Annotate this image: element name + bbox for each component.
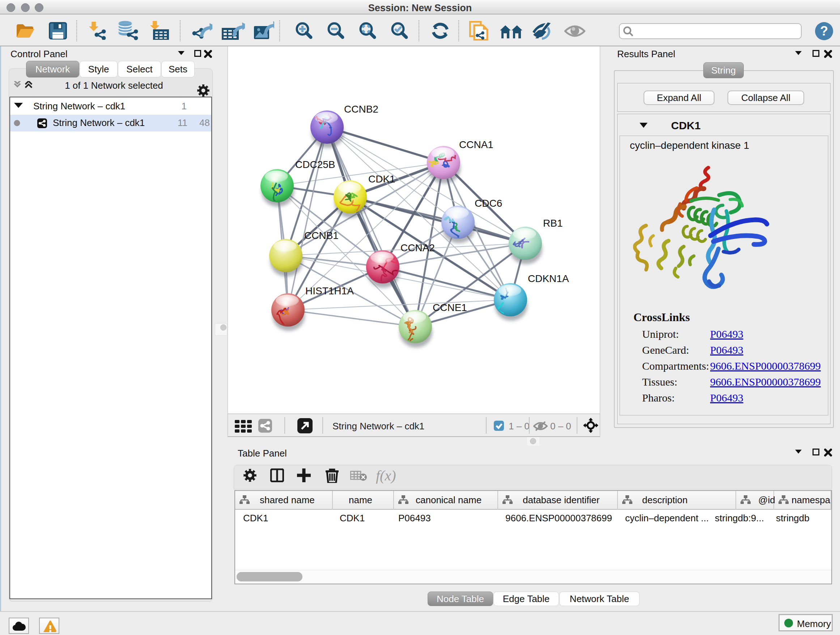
svg-text:CCNB2: CCNB2	[344, 103, 378, 115]
svg-text:RB1: RB1	[543, 218, 562, 229]
svg-text:CDK1: CDK1	[368, 173, 395, 185]
svg-text:CDKN1A: CDKN1A	[528, 273, 569, 284]
svg-text:HIST1H1A: HIST1H1A	[305, 285, 354, 296]
svg-text:CDC6: CDC6	[475, 198, 502, 209]
svg-text:?: ?	[820, 24, 828, 38]
svg-text:CCNA1: CCNA1	[459, 139, 493, 150]
svg-text:CCNA2: CCNA2	[401, 242, 435, 253]
svg-text:CDC25B: CDC25B	[295, 159, 335, 170]
svg-text:CCNE1: CCNE1	[433, 302, 467, 313]
svg-text:CCNB1: CCNB1	[304, 230, 339, 241]
